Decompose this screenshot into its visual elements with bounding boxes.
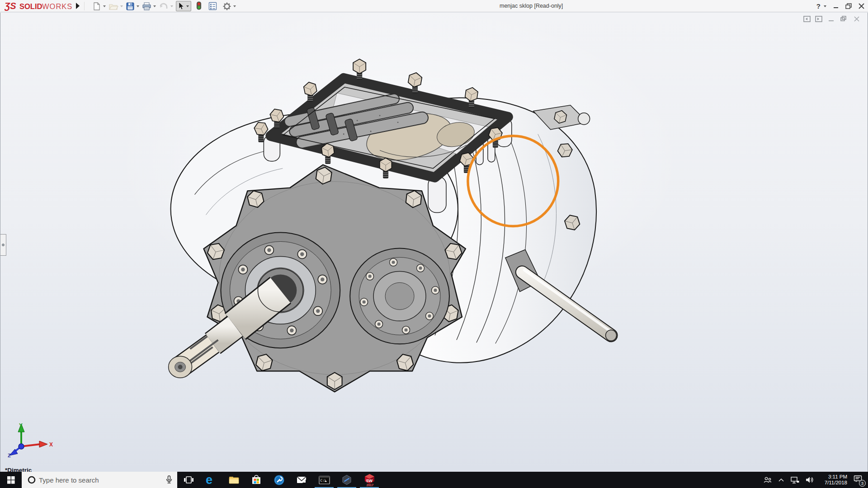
svg-text:e: e bbox=[206, 474, 212, 486]
select-dropdown-caret[interactable] bbox=[186, 5, 189, 7]
file-properties-icon bbox=[208, 2, 217, 10]
options-gear-icon bbox=[222, 2, 231, 11]
rebuild-button[interactable] bbox=[196, 1, 202, 11]
taskbar-search[interactable] bbox=[22, 472, 177, 488]
windows-taskbar: e bbox=[0, 472, 868, 488]
command-prompt-button[interactable]: C:\ bbox=[313, 472, 335, 488]
action-center-button[interactable]: 3 bbox=[854, 475, 863, 485]
document-window-controls[interactable] bbox=[803, 15, 861, 23]
task-view-icon bbox=[183, 474, 194, 485]
logo-mark: ƷS bbox=[5, 1, 16, 11]
options-button[interactable] bbox=[222, 2, 236, 11]
new-document-icon bbox=[92, 2, 101, 11]
open-icon bbox=[108, 2, 118, 11]
volume-icon[interactable] bbox=[806, 476, 814, 484]
new-dropdown-caret[interactable] bbox=[103, 5, 106, 7]
gearbox-model bbox=[0, 13, 868, 472]
toolbar-divider bbox=[84, 2, 85, 10]
document-title: menjac sklop [Read-only] bbox=[500, 3, 563, 9]
store-icon bbox=[251, 474, 262, 486]
title-bar: ƷS SOLID WORKS bbox=[0, 0, 868, 12]
tray-chevron-icon[interactable] bbox=[778, 478, 784, 482]
tray-date: 7/11/2018 bbox=[820, 480, 847, 486]
save-dropdown-caret[interactable] bbox=[137, 5, 139, 7]
network-icon[interactable] bbox=[791, 476, 799, 484]
edge-button[interactable]: e bbox=[200, 472, 222, 488]
triad-z-label: Z bbox=[8, 453, 11, 457]
new-document-button[interactable] bbox=[92, 2, 106, 11]
restore-button[interactable] bbox=[845, 3, 852, 9]
undo-button[interactable] bbox=[159, 2, 173, 11]
file-explorer-icon bbox=[228, 474, 240, 485]
quick-toolbar bbox=[92, 0, 239, 12]
select-arrow-icon bbox=[178, 2, 184, 10]
command-prompt-icon: C:\ bbox=[319, 474, 330, 485]
file-explorer-button[interactable] bbox=[222, 472, 245, 488]
solidworks-app-icon: SW 2017 bbox=[363, 473, 376, 487]
hexagon-app-icon bbox=[341, 474, 352, 485]
search-input[interactable] bbox=[39, 472, 161, 488]
options-dropdown-caret[interactable] bbox=[233, 5, 236, 7]
print-icon bbox=[142, 2, 151, 11]
cortana-icon bbox=[28, 476, 36, 484]
graphics-area[interactable]: Y X Z *Dimetric bbox=[0, 13, 868, 472]
undo-icon bbox=[159, 2, 169, 11]
print-dropdown-caret[interactable] bbox=[153, 5, 156, 7]
people-icon[interactable] bbox=[764, 476, 772, 483]
system-tray: 3:11 PM 7/11/2018 3 bbox=[764, 472, 868, 488]
menu-flyout-arrow[interactable] bbox=[76, 3, 80, 9]
hexagon-app-button[interactable] bbox=[335, 472, 358, 488]
minimize-button[interactable] bbox=[833, 4, 839, 9]
mail-button[interactable] bbox=[290, 472, 313, 488]
save-icon bbox=[126, 2, 135, 11]
undo-dropdown-caret[interactable] bbox=[170, 5, 173, 7]
svg-text:C:\: C:\ bbox=[320, 479, 326, 483]
task-view-button[interactable] bbox=[177, 472, 200, 488]
open-button[interactable] bbox=[108, 2, 123, 11]
feature-panel-collapsed-tab[interactable] bbox=[0, 234, 6, 256]
start-button[interactable] bbox=[0, 472, 22, 488]
windows-logo-icon bbox=[7, 476, 15, 484]
help-dropdown-caret[interactable] bbox=[824, 5, 826, 7]
notification-badge: 3 bbox=[859, 480, 866, 487]
print-button[interactable] bbox=[142, 2, 156, 11]
solidworks-logo: ƷS SOLID WORKS bbox=[5, 0, 84, 12]
file-properties-button[interactable] bbox=[208, 2, 217, 10]
store-button[interactable] bbox=[245, 472, 268, 488]
tray-time: 3:11 PM bbox=[820, 474, 847, 480]
close-doc-icon bbox=[854, 17, 859, 21]
logo-works: WORKS bbox=[42, 2, 72, 10]
open-dropdown-caret[interactable] bbox=[120, 5, 123, 7]
secondary-bearing-cover bbox=[350, 248, 449, 344]
select-tool-button[interactable] bbox=[176, 1, 191, 11]
microphone-icon[interactable] bbox=[165, 475, 173, 484]
close-button[interactable] bbox=[859, 3, 864, 9]
tray-clock[interactable]: 3:11 PM 7/11/2018 bbox=[820, 474, 847, 486]
mail-icon bbox=[296, 474, 307, 485]
restore-doc-icon bbox=[841, 16, 846, 21]
logo-solid: SOLID bbox=[19, 2, 42, 10]
svg-text:2017: 2017 bbox=[366, 483, 373, 487]
triad-x-label: X bbox=[49, 441, 53, 448]
svg-text:SW: SW bbox=[366, 479, 373, 483]
wrench-circle-icon bbox=[274, 474, 285, 486]
rebuild-traffic-light-icon bbox=[196, 1, 202, 11]
triad-y-label: Y bbox=[19, 422, 23, 429]
taskbar-app-icons: e bbox=[177, 472, 381, 488]
settings-wrench-button[interactable] bbox=[268, 472, 290, 488]
save-button[interactable] bbox=[126, 2, 139, 11]
solidworks-2017-button[interactable]: SW 2017 bbox=[358, 472, 381, 488]
edge-icon: e bbox=[205, 474, 217, 486]
help-button[interactable]: ? bbox=[816, 2, 821, 10]
reference-triad: Y X Z bbox=[4, 421, 58, 457]
